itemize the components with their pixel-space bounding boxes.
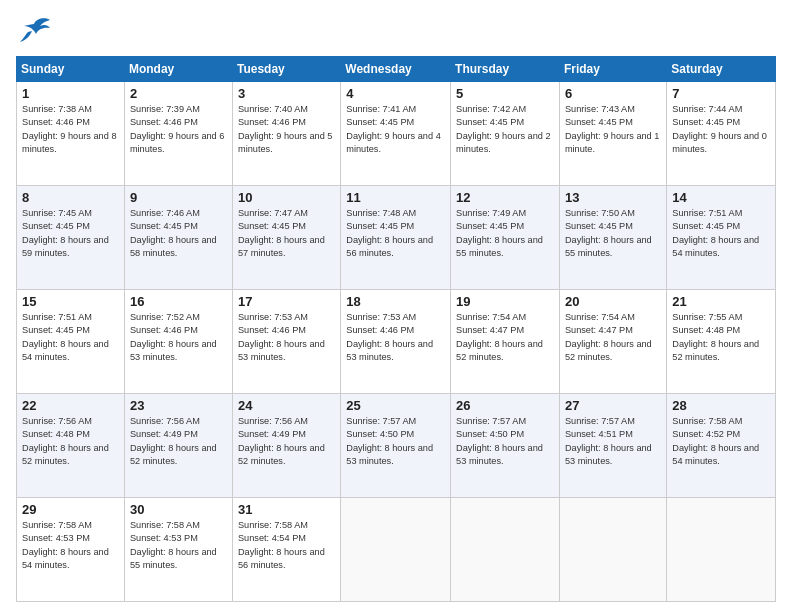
day-info: Sunrise: 7:52 AMSunset: 4:46 PMDaylight:… [130, 311, 227, 364]
calendar-cell: 19Sunrise: 7:54 AMSunset: 4:47 PMDayligh… [451, 290, 560, 394]
calendar-cell: 4Sunrise: 7:41 AMSunset: 4:45 PMDaylight… [341, 82, 451, 186]
weekday-header-wednesday: Wednesday [341, 57, 451, 82]
day-info: Sunrise: 7:50 AMSunset: 4:45 PMDaylight:… [565, 207, 661, 260]
day-info: Sunrise: 7:48 AMSunset: 4:45 PMDaylight:… [346, 207, 445, 260]
day-number: 16 [130, 294, 227, 309]
day-info: Sunrise: 7:51 AMSunset: 4:45 PMDaylight:… [672, 207, 770, 260]
day-number: 23 [130, 398, 227, 413]
calendar-cell: 18Sunrise: 7:53 AMSunset: 4:46 PMDayligh… [341, 290, 451, 394]
weekday-header-thursday: Thursday [451, 57, 560, 82]
day-number: 21 [672, 294, 770, 309]
day-number: 17 [238, 294, 335, 309]
day-info: Sunrise: 7:49 AMSunset: 4:45 PMDaylight:… [456, 207, 554, 260]
day-number: 24 [238, 398, 335, 413]
page: SundayMondayTuesdayWednesdayThursdayFrid… [0, 0, 792, 612]
calendar-cell: 24Sunrise: 7:56 AMSunset: 4:49 PMDayligh… [232, 394, 340, 498]
calendar-cell: 11Sunrise: 7:48 AMSunset: 4:45 PMDayligh… [341, 186, 451, 290]
day-info: Sunrise: 7:58 AMSunset: 4:52 PMDaylight:… [672, 415, 770, 468]
day-number: 15 [22, 294, 119, 309]
logo-icon [16, 16, 52, 46]
day-number: 19 [456, 294, 554, 309]
day-info: Sunrise: 7:54 AMSunset: 4:47 PMDaylight:… [456, 311, 554, 364]
calendar-cell: 27Sunrise: 7:57 AMSunset: 4:51 PMDayligh… [559, 394, 666, 498]
day-info: Sunrise: 7:40 AMSunset: 4:46 PMDaylight:… [238, 103, 335, 156]
calendar-cell: 6Sunrise: 7:43 AMSunset: 4:45 PMDaylight… [559, 82, 666, 186]
day-number: 10 [238, 190, 335, 205]
calendar-cell: 7Sunrise: 7:44 AMSunset: 4:45 PMDaylight… [667, 82, 776, 186]
day-info: Sunrise: 7:43 AMSunset: 4:45 PMDaylight:… [565, 103, 661, 156]
calendar-cell: 5Sunrise: 7:42 AMSunset: 4:45 PMDaylight… [451, 82, 560, 186]
day-number: 31 [238, 502, 335, 517]
day-info: Sunrise: 7:46 AMSunset: 4:45 PMDaylight:… [130, 207, 227, 260]
day-number: 1 [22, 86, 119, 101]
calendar-cell: 10Sunrise: 7:47 AMSunset: 4:45 PMDayligh… [232, 186, 340, 290]
calendar-cell: 3Sunrise: 7:40 AMSunset: 4:46 PMDaylight… [232, 82, 340, 186]
day-number: 22 [22, 398, 119, 413]
day-info: Sunrise: 7:42 AMSunset: 4:45 PMDaylight:… [456, 103, 554, 156]
day-number: 30 [130, 502, 227, 517]
day-number: 5 [456, 86, 554, 101]
day-number: 27 [565, 398, 661, 413]
calendar-cell: 29Sunrise: 7:58 AMSunset: 4:53 PMDayligh… [17, 498, 125, 602]
day-info: Sunrise: 7:39 AMSunset: 4:46 PMDaylight:… [130, 103, 227, 156]
day-info: Sunrise: 7:47 AMSunset: 4:45 PMDaylight:… [238, 207, 335, 260]
calendar-cell: 17Sunrise: 7:53 AMSunset: 4:46 PMDayligh… [232, 290, 340, 394]
day-number: 28 [672, 398, 770, 413]
calendar-cell: 2Sunrise: 7:39 AMSunset: 4:46 PMDaylight… [124, 82, 232, 186]
day-info: Sunrise: 7:55 AMSunset: 4:48 PMDaylight:… [672, 311, 770, 364]
day-number: 18 [346, 294, 445, 309]
day-number: 4 [346, 86, 445, 101]
day-number: 7 [672, 86, 770, 101]
header [16, 16, 776, 46]
calendar-cell: 1Sunrise: 7:38 AMSunset: 4:46 PMDaylight… [17, 82, 125, 186]
day-number: 25 [346, 398, 445, 413]
day-info: Sunrise: 7:44 AMSunset: 4:45 PMDaylight:… [672, 103, 770, 156]
calendar-cell: 20Sunrise: 7:54 AMSunset: 4:47 PMDayligh… [559, 290, 666, 394]
day-number: 26 [456, 398, 554, 413]
logo [16, 16, 56, 46]
day-number: 8 [22, 190, 119, 205]
day-info: Sunrise: 7:53 AMSunset: 4:46 PMDaylight:… [238, 311, 335, 364]
day-number: 20 [565, 294, 661, 309]
calendar-cell: 22Sunrise: 7:56 AMSunset: 4:48 PMDayligh… [17, 394, 125, 498]
day-info: Sunrise: 7:57 AMSunset: 4:51 PMDaylight:… [565, 415, 661, 468]
day-number: 6 [565, 86, 661, 101]
calendar-cell: 9Sunrise: 7:46 AMSunset: 4:45 PMDaylight… [124, 186, 232, 290]
calendar-cell [341, 498, 451, 602]
weekday-header-sunday: Sunday [17, 57, 125, 82]
weekday-header-monday: Monday [124, 57, 232, 82]
day-info: Sunrise: 7:56 AMSunset: 4:48 PMDaylight:… [22, 415, 119, 468]
calendar-cell: 23Sunrise: 7:56 AMSunset: 4:49 PMDayligh… [124, 394, 232, 498]
day-number: 12 [456, 190, 554, 205]
day-info: Sunrise: 7:56 AMSunset: 4:49 PMDaylight:… [238, 415, 335, 468]
day-number: 9 [130, 190, 227, 205]
day-number: 29 [22, 502, 119, 517]
calendar-cell: 25Sunrise: 7:57 AMSunset: 4:50 PMDayligh… [341, 394, 451, 498]
calendar-cell: 15Sunrise: 7:51 AMSunset: 4:45 PMDayligh… [17, 290, 125, 394]
day-info: Sunrise: 7:58 AMSunset: 4:54 PMDaylight:… [238, 519, 335, 572]
calendar-cell: 16Sunrise: 7:52 AMSunset: 4:46 PMDayligh… [124, 290, 232, 394]
day-number: 11 [346, 190, 445, 205]
calendar-cell [451, 498, 560, 602]
day-info: Sunrise: 7:57 AMSunset: 4:50 PMDaylight:… [456, 415, 554, 468]
day-info: Sunrise: 7:58 AMSunset: 4:53 PMDaylight:… [130, 519, 227, 572]
weekday-header-tuesday: Tuesday [232, 57, 340, 82]
day-info: Sunrise: 7:45 AMSunset: 4:45 PMDaylight:… [22, 207, 119, 260]
calendar-cell: 26Sunrise: 7:57 AMSunset: 4:50 PMDayligh… [451, 394, 560, 498]
day-info: Sunrise: 7:57 AMSunset: 4:50 PMDaylight:… [346, 415, 445, 468]
day-info: Sunrise: 7:54 AMSunset: 4:47 PMDaylight:… [565, 311, 661, 364]
day-number: 14 [672, 190, 770, 205]
day-number: 13 [565, 190, 661, 205]
calendar-cell: 8Sunrise: 7:45 AMSunset: 4:45 PMDaylight… [17, 186, 125, 290]
day-info: Sunrise: 7:53 AMSunset: 4:46 PMDaylight:… [346, 311, 445, 364]
calendar-cell [559, 498, 666, 602]
calendar-cell: 28Sunrise: 7:58 AMSunset: 4:52 PMDayligh… [667, 394, 776, 498]
calendar: SundayMondayTuesdayWednesdayThursdayFrid… [16, 56, 776, 602]
day-info: Sunrise: 7:38 AMSunset: 4:46 PMDaylight:… [22, 103, 119, 156]
calendar-cell: 12Sunrise: 7:49 AMSunset: 4:45 PMDayligh… [451, 186, 560, 290]
calendar-cell: 21Sunrise: 7:55 AMSunset: 4:48 PMDayligh… [667, 290, 776, 394]
day-number: 3 [238, 86, 335, 101]
calendar-cell: 13Sunrise: 7:50 AMSunset: 4:45 PMDayligh… [559, 186, 666, 290]
day-info: Sunrise: 7:51 AMSunset: 4:45 PMDaylight:… [22, 311, 119, 364]
day-info: Sunrise: 7:41 AMSunset: 4:45 PMDaylight:… [346, 103, 445, 156]
